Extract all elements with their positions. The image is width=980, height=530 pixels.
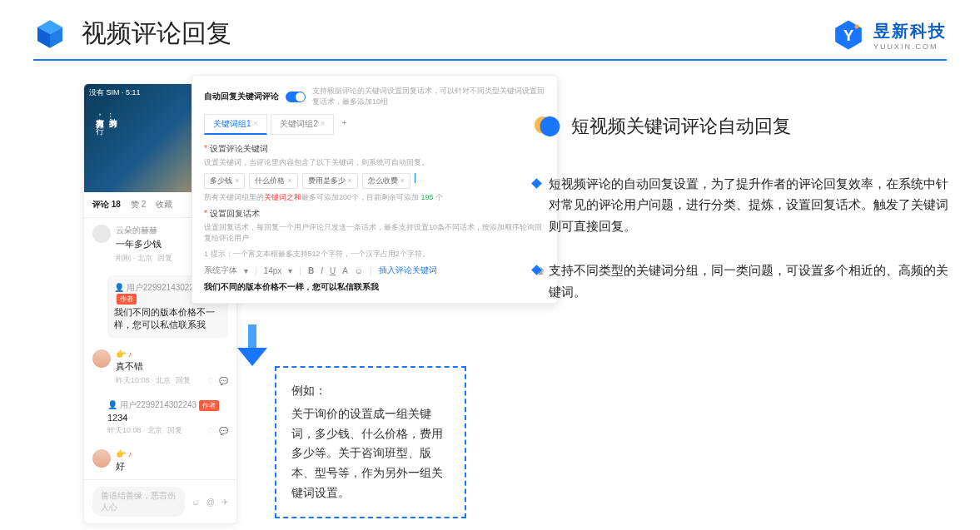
author-badge: 作者 <box>117 294 137 305</box>
add-tab-icon[interactable]: + <box>342 118 347 127</box>
comment-input[interactable]: 善语结善缘，恶言伤人心 <box>92 487 185 517</box>
insert-keyword-button[interactable]: 插入评论关键词 <box>379 265 437 276</box>
arrow-down-icon <box>237 324 267 369</box>
diamond-icon <box>531 265 542 275</box>
svg-point-9 <box>540 116 560 136</box>
example-body: 关于询价的设置成一组关键词，多少钱、什么价格，费用多少等。关于咨询班型、版本、型… <box>291 404 450 503</box>
example-heading: 例如： <box>291 381 450 401</box>
reply-text-content[interactable]: 我们不同的版本价格不一样，您可以私信联系我 <box>204 281 545 293</box>
svg-point-5 <box>855 25 859 29</box>
logo-text-en: YUUXIN.COM <box>873 42 938 51</box>
like-icon[interactable]: ♡ <box>207 377 214 385</box>
logo-hex-icon: Y <box>832 18 865 52</box>
chat-bubble-icon <box>533 112 561 141</box>
phone-status: 没有 SIM · 5:11 <box>89 87 141 98</box>
video-caption: 身的力有…有实力有颜，行… <box>92 112 119 129</box>
comment-item: 👉 ♪ 好 <box>84 443 236 479</box>
tab-keyword-group-1[interactable]: 关键词组1 × <box>204 114 267 135</box>
font-select[interactable]: 系统字体 <box>204 265 237 276</box>
cube-icon <box>33 17 67 51</box>
color-icon[interactable]: A <box>342 266 348 275</box>
section-reply-label: *设置回复话术 <box>204 208 545 220</box>
chip[interactable]: 什么价格× <box>249 173 297 189</box>
size-select[interactable]: 14px <box>264 266 282 275</box>
bold-icon[interactable]: B <box>308 266 314 275</box>
avatar <box>92 225 111 243</box>
emoji-icon[interactable]: ☺ <box>355 266 363 275</box>
comment-item: 👤 用户2299214302243作者 1234 昨天10:08 · 北京回复♡… <box>84 393 236 443</box>
italic-icon[interactable]: I <box>321 266 323 275</box>
avatar <box>92 349 111 368</box>
section-reply-desc: 设置回复话术，每回复一个用户评论只发送一条话术，最多支持设置10条不同话术，按添… <box>204 222 545 244</box>
svg-marker-7 <box>237 348 267 366</box>
bullet-item: 支持不同类型的关键词分组，同一类问题，可设置多个相近的、高频的关键词。 <box>533 260 949 303</box>
comment-item: 👉 ♪ 真不错 昨天10:08 · 北京回复♡💬 <box>84 343 236 393</box>
cursor-icon <box>415 173 415 183</box>
example-box: 例如： 关于询价的设置成一组关键词，多少钱、什么价格，费用多少等。关于咨询班型、… <box>275 366 466 518</box>
tab-keyword-group-2[interactable]: 关键词组2 ×+ <box>271 114 334 135</box>
comment-user: 👉 ♪ <box>116 349 228 359</box>
section-keywords-label: *设置评论关键词 <box>204 143 545 155</box>
svg-text:Y: Y <box>843 27 853 44</box>
editor-hint: 1 提示：一个富文本框最多支持512个字符，一个汉字占用2个字符。 <box>204 249 545 260</box>
diamond-icon <box>531 178 542 189</box>
panel-switch-desc: 支持根据评论的关键词设置回复话术，可以针对不同类型关键词设置回复话术，最多添加1… <box>312 86 545 107</box>
emoji-icon[interactable]: ☺ <box>192 498 200 507</box>
chip[interactable]: 多少钱× <box>204 173 245 189</box>
avatar <box>92 449 111 468</box>
bullet-text: 支持不同类型的关键词分组，同一类问题，可设置多个相近的、高频的关键词。 <box>549 260 949 303</box>
section-title: 短视频关键词评论自动回复 <box>571 114 791 139</box>
underline-icon[interactable]: U <box>330 266 336 275</box>
at-icon[interactable]: @ <box>206 498 215 507</box>
svg-rect-6 <box>248 324 256 349</box>
panel-switch-label: 自动回复关键词评论 <box>204 91 279 102</box>
editor-toolbar: 系统字体▾| 14px▾| B I U A ☺ | 插入评论关键词 🗑 <box>204 265 545 276</box>
comment-icon[interactable]: 💬 <box>219 427 228 435</box>
keyword-chips: 多少钱× 什么价格× 费用是多少× 怎么收费× <box>204 173 545 189</box>
brand-logo: Y 昱新科技 YUUXIN.COM <box>832 18 947 52</box>
chip[interactable]: 费用是多少× <box>302 173 358 189</box>
like-icon[interactable]: ♡ <box>207 427 214 435</box>
header-divider <box>33 59 947 61</box>
bullet-item: 短视频评论的自动回复设置，为了提升作者的评论回复效率，在系统中针对常见的评论用户… <box>533 174 949 237</box>
section-keywords-desc: 设置关键词，当评论里内容包含了以下关键词，则系统可自动回复。 <box>204 157 545 168</box>
chip[interactable]: 怎么收费× <box>362 173 410 189</box>
tab-likes[interactable]: 赞 2 <box>131 199 146 211</box>
bullet-text: 短视频评论的自动回复设置，为了提升作者的评论回复效率，在系统中针对常见的评论用户… <box>549 174 949 237</box>
comment-icon[interactable]: 💬 <box>219 377 228 385</box>
tab-favs[interactable]: 收藏 <box>156 199 172 211</box>
logo-text-cn: 昱新科技 <box>873 20 947 42</box>
page-title: 视频评论回复 <box>82 17 231 51</box>
comment-input-bar[interactable]: 善语结善缘，恶言伤人心 ☺ @ ✈ <box>84 479 236 523</box>
settings-panel: 自动回复关键词评论 支持根据评论的关键词设置回复话术，可以针对不同类型关键词设置… <box>192 75 558 304</box>
toggle-switch[interactable] <box>286 92 306 102</box>
send-icon[interactable]: ✈ <box>221 498 228 507</box>
keyword-count-note: 所有关键词组里的关键词之和最多可添加200个，目前剩余可添加 195 个 <box>204 192 545 203</box>
tab-comments[interactable]: 评论 18 <box>92 199 121 211</box>
